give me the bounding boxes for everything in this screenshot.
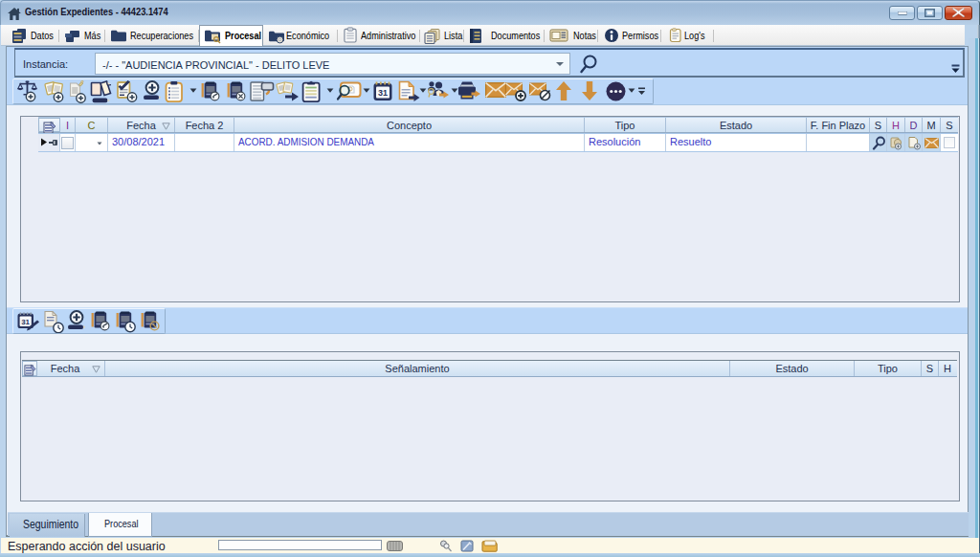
- svg-text:31: 31: [378, 88, 388, 98]
- svg-text:31: 31: [21, 318, 30, 326]
